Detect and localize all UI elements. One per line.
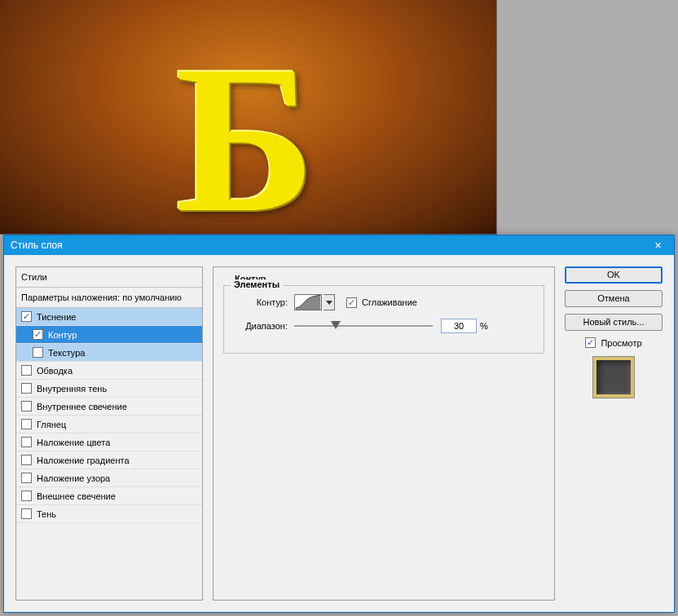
- canvas-area: Б: [0, 0, 497, 235]
- style-checkbox[interactable]: [21, 437, 32, 447]
- contour-row: Контур: Сглаживание: [234, 294, 534, 310]
- style-label: Внутренняя тень: [37, 384, 107, 394]
- styles-panel: Стили Параметры наложения: по умолчанию …: [15, 266, 203, 601]
- contour-picker[interactable]: [294, 294, 322, 310]
- settings-panel: Контур Элементы Контур: Сглаживание: [213, 266, 555, 601]
- style-label: Обводка: [37, 366, 73, 376]
- layer-style-dialog: Стиль слоя ✕ Стили Параметры наложения: …: [3, 235, 675, 613]
- style-item[interactable]: Внутреннее свечение: [16, 398, 202, 416]
- style-checkbox[interactable]: [21, 491, 32, 501]
- preview-thumbnail: [592, 356, 635, 398]
- elements-fieldset: Элементы Контур: Сглаживание Диапазон:: [223, 285, 544, 354]
- range-slider[interactable]: [294, 325, 433, 327]
- contour-label: Контур:: [234, 297, 288, 307]
- style-item[interactable]: Внешнее свечение: [16, 487, 202, 505]
- antialias-checkbox[interactable]: [346, 297, 357, 308]
- ok-button[interactable]: OK: [565, 266, 663, 284]
- style-label: Внутреннее свечение: [37, 402, 127, 411]
- style-checkbox[interactable]: [33, 329, 43, 340]
- style-checkbox[interactable]: [21, 311, 32, 322]
- style-label: Наложение градиента: [37, 455, 130, 465]
- contour-curve-icon: [295, 295, 321, 310]
- style-checkbox[interactable]: [21, 455, 32, 465]
- style-label: Внешнее свечение: [37, 491, 116, 501]
- style-checkbox[interactable]: [33, 347, 43, 358]
- style-item[interactable]: Контур: [16, 326, 202, 344]
- close-icon: ✕: [654, 240, 662, 251]
- style-label: Тиснение: [37, 312, 76, 322]
- range-row: Диапазон: %: [234, 319, 534, 333]
- styles-list: ТиснениеКонтурТекстураОбводкаВнутренняя …: [16, 308, 202, 523]
- style-item[interactable]: Тень: [16, 505, 202, 523]
- style-checkbox[interactable]: [21, 508, 32, 519]
- style-label: Тень: [37, 509, 56, 519]
- style-item[interactable]: Тиснение: [16, 308, 202, 326]
- style-checkbox[interactable]: [21, 401, 32, 411]
- canvas-letter: Б: [175, 33, 315, 244]
- preview-label: Просмотр: [601, 338, 641, 348]
- style-item[interactable]: Наложение цвета: [16, 433, 202, 451]
- range-suffix: %: [480, 321, 488, 331]
- style-checkbox[interactable]: [21, 419, 32, 429]
- style-checkbox[interactable]: [21, 473, 32, 483]
- blending-defaults[interactable]: Параметры наложения: по умолчанию: [16, 288, 202, 308]
- range-label: Диапазон:: [234, 321, 288, 331]
- style-checkbox[interactable]: [21, 383, 32, 394]
- range-input[interactable]: [441, 319, 477, 333]
- style-label: Контур: [48, 330, 77, 340]
- style-item[interactable]: Внутренняя тень: [16, 380, 202, 398]
- style-label: Глянец: [37, 420, 66, 429]
- style-label: Наложение цвета: [37, 438, 110, 447]
- styles-header[interactable]: Стили: [16, 267, 202, 288]
- style-item[interactable]: Глянец: [16, 416, 202, 433]
- style-label: Текстура: [48, 348, 85, 358]
- style-item[interactable]: Текстура: [16, 344, 202, 362]
- style-item[interactable]: Обводка: [16, 362, 202, 380]
- style-item[interactable]: Наложение градиента: [16, 451, 202, 469]
- style-item[interactable]: Наложение узора: [16, 469, 202, 487]
- titlebar[interactable]: Стиль слоя ✕: [4, 235, 674, 255]
- cancel-button[interactable]: Отмена: [565, 290, 663, 307]
- dialog-body: Стили Параметры наложения: по умолчанию …: [4, 255, 674, 612]
- style-label: Наложение узора: [37, 473, 110, 483]
- style-checkbox[interactable]: [21, 365, 32, 376]
- fieldset-title: Элементы: [231, 279, 283, 289]
- slider-thumb-icon: [331, 321, 341, 329]
- close-button[interactable]: ✕: [641, 235, 674, 255]
- preview-check-row: Просмотр: [565, 337, 663, 348]
- preview-checkbox[interactable]: [585, 337, 596, 348]
- new-style-button[interactable]: Новый стиль...: [565, 314, 663, 331]
- antialias-label: Сглаживание: [362, 297, 417, 307]
- dialog-title: Стиль слоя: [11, 240, 63, 251]
- contour-dropdown[interactable]: [324, 294, 335, 310]
- buttons-panel: OK Отмена Новый стиль... Просмотр: [565, 266, 663, 398]
